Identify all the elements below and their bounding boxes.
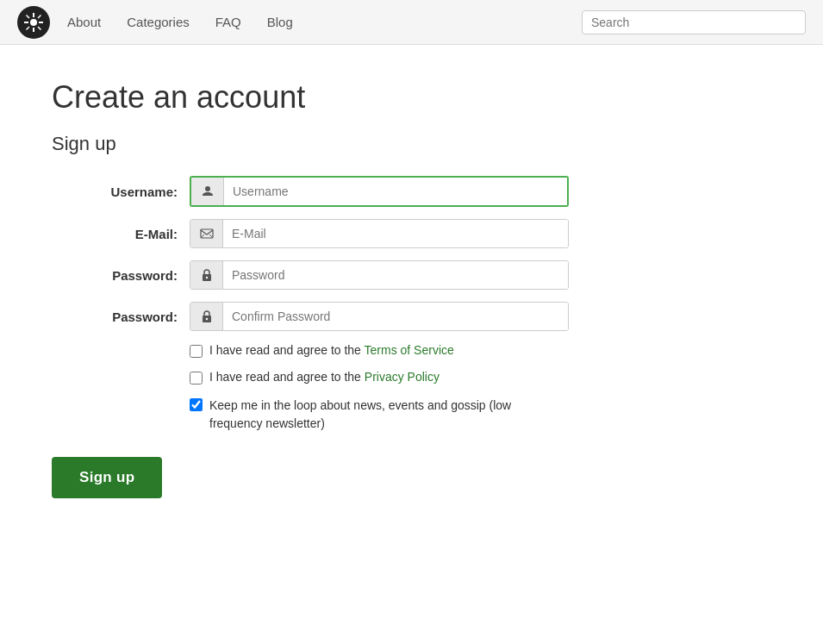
nav-categories[interactable]: Categories [127, 15, 190, 29]
svg-point-14 [205, 277, 207, 278]
password-group: Password: [52, 260, 771, 290]
confirm-password-input[interactable] [223, 303, 568, 330]
password-input[interactable] [223, 261, 568, 289]
svg-line-11 [201, 234, 204, 238]
svg-point-16 [205, 318, 207, 320]
signup-button[interactable]: Sign up [52, 457, 162, 498]
pp-checkbox[interactable] [190, 372, 203, 385]
newsletter-text: Keep me in the loop about news, events a… [209, 397, 552, 433]
site-logo[interactable] [17, 6, 50, 39]
nav-about[interactable]: About [67, 15, 101, 29]
main-content: Create an account Sign up Username: E-Ma… [0, 45, 823, 533]
password-label: Password: [52, 268, 190, 283]
username-label: Username: [52, 184, 190, 199]
nav-blog[interactable]: Blog [267, 15, 293, 29]
nav-faq[interactable]: FAQ [215, 15, 241, 29]
signup-heading: Sign up [52, 133, 771, 155]
newsletter-checkbox-item: Keep me in the loop about news, events a… [190, 397, 552, 433]
pp-link[interactable]: Privacy Policy [365, 370, 440, 384]
logo-icon [23, 12, 44, 33]
svg-line-12 [209, 234, 213, 238]
email-input-wrapper [190, 219, 569, 248]
svg-point-1 [30, 19, 37, 26]
page-title: Create an account [52, 79, 771, 116]
password-input-wrapper [190, 260, 569, 290]
search-input[interactable] [582, 10, 806, 34]
tos-text: I have read and agree to the Terms of Se… [209, 343, 454, 357]
confirm-password-label: Password: [52, 309, 190, 324]
user-icon [191, 178, 224, 205]
tos-checkbox-item: I have read and agree to the Terms of Se… [190, 343, 771, 358]
email-group: E-Mail: [52, 219, 771, 248]
email-label: E-Mail: [52, 227, 190, 241]
username-input-wrapper [190, 176, 569, 207]
lock-confirm-icon [190, 303, 223, 330]
signup-btn-area: Sign up [52, 457, 771, 498]
username-input[interactable] [224, 178, 567, 205]
search-bar [582, 10, 806, 34]
username-group: Username: [52, 176, 771, 207]
nav-links: About Categories FAQ Blog [67, 15, 582, 29]
confirm-password-group: Password: [52, 302, 771, 331]
pp-checkbox-item: I have read and agree to the Privacy Pol… [190, 370, 771, 385]
navbar: About Categories FAQ Blog [0, 0, 823, 45]
email-input[interactable] [223, 220, 568, 247]
tos-checkbox[interactable] [190, 345, 203, 358]
newsletter-checkbox[interactable] [190, 398, 203, 411]
pp-text: I have read and agree to the Privacy Pol… [209, 370, 440, 384]
lock-icon [190, 261, 223, 289]
tos-link[interactable]: Terms of Service [365, 343, 454, 357]
confirm-password-input-wrapper [190, 302, 569, 331]
email-icon [190, 220, 223, 247]
checkbox-area: I have read and agree to the Terms of Se… [190, 343, 771, 433]
